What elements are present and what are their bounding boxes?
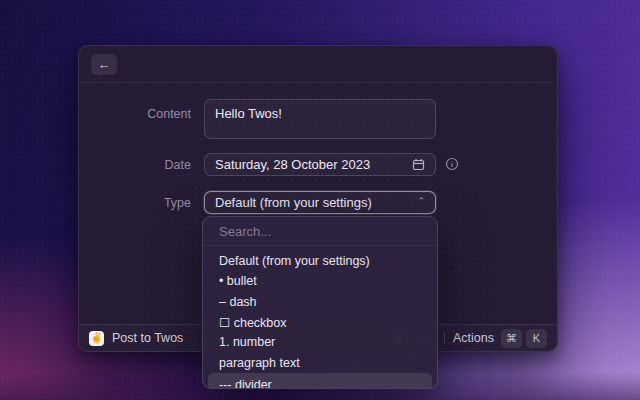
date-label: Date [79,158,191,172]
type-dropdown: Default (from your settings) • bullet – … [202,216,438,389]
option-bullet[interactable]: • bullet [203,271,437,291]
type-select[interactable]: Default (from your settings) ⌃ [204,191,436,214]
window-header: ← [79,46,557,83]
arrow-left-icon: ← [98,58,111,71]
option-default[interactable]: Default (from your settings) [203,251,437,271]
calendar-icon[interactable] [412,158,425,171]
type-value: Default (from your settings) [215,195,417,210]
option-dash[interactable]: – dash [203,292,437,312]
cmd-key[interactable]: ⌘ [501,329,522,348]
option-paragraph[interactable]: paragraph text [203,352,437,372]
back-button[interactable]: ← [91,54,117,75]
content-input[interactable]: Hello Twos! [204,99,436,139]
shortcut-divider [444,332,445,344]
dropdown-search [203,217,437,246]
app-name: Post to Twos [112,331,183,345]
k-key[interactable]: K [526,329,547,348]
content-value: Hello Twos! [215,106,425,121]
type-label: Type [79,196,191,210]
twos-app-icon: ✌ [89,331,104,346]
actions-button[interactable]: Actions [453,331,494,345]
option-checkbox[interactable]: ☐ checkbox [203,312,437,332]
date-field[interactable]: Saturday, 28 October 2023 [204,153,436,176]
chevron-up-icon: ⌃ [417,197,425,206]
option-number[interactable]: 1. number [203,332,437,352]
content-label: Content [79,107,191,121]
info-icon[interactable] [445,157,459,171]
option-divider[interactable]: --- divider [208,373,432,389]
date-value: Saturday, 28 October 2023 [215,157,412,172]
search-input[interactable] [219,224,421,239]
dropdown-options: Default (from your settings) • bullet – … [203,246,437,389]
